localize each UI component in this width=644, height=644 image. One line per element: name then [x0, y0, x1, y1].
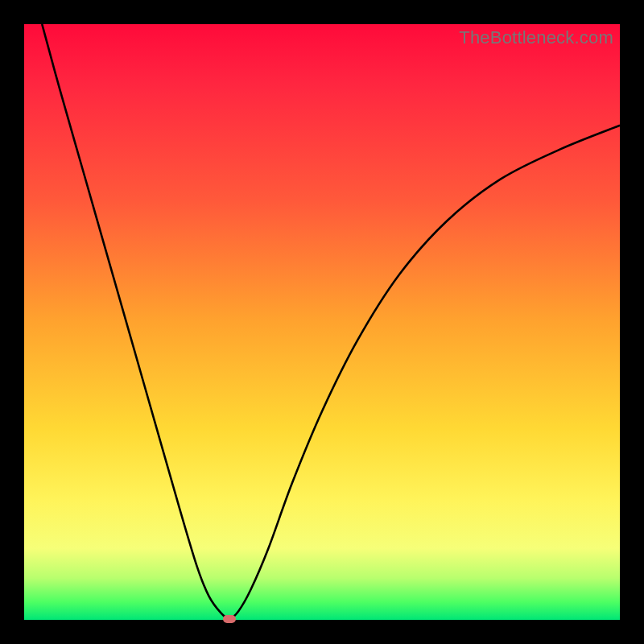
minimum-marker [223, 615, 236, 623]
chart-frame: TheBottleneck.com [0, 0, 644, 644]
bottleneck-curve [24, 24, 620, 620]
curve-path [42, 24, 620, 619]
plot-area: TheBottleneck.com [24, 24, 620, 620]
